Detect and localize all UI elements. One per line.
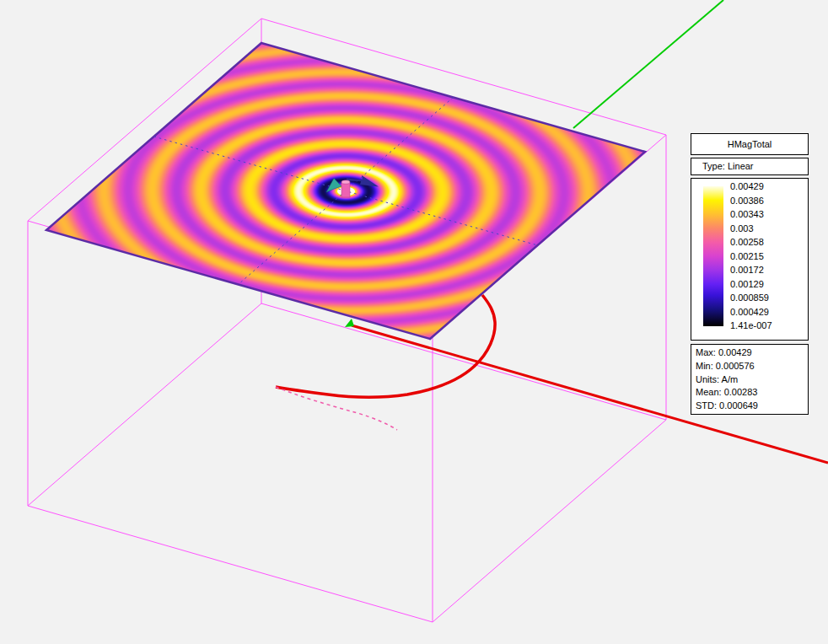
list-item: 0.00258 bbox=[730, 235, 772, 250]
legend-type-label: Type: Linear bbox=[702, 161, 754, 171]
red-circle-arc-hidden bbox=[276, 387, 397, 430]
list-item: 1.41e-007 bbox=[730, 319, 772, 333]
colorbar-gradient bbox=[703, 186, 723, 326]
colorbar-scale-labels: 0.004290.003860.003430.0030.002580.00215… bbox=[730, 180, 772, 333]
marker-pink-cylinder-icon bbox=[341, 182, 350, 197]
list-item: 0.000429 bbox=[730, 305, 772, 319]
list-item: STD: 0.000649 bbox=[696, 400, 808, 413]
dipole-marker bbox=[326, 175, 379, 197]
list-item: 0.000859 bbox=[730, 291, 772, 305]
legend-title-box: HMagTotal bbox=[691, 133, 809, 155]
list-item: 0.00129 bbox=[730, 277, 772, 292]
legend-title: HMagTotal bbox=[728, 139, 772, 149]
list-item: Min: 0.000576 bbox=[696, 360, 808, 373]
list-item: 0.003 bbox=[730, 222, 772, 236]
legend-scale-box: 0.004290.003860.003430.0030.002580.00215… bbox=[691, 178, 809, 341]
marker-teal-arrow-icon bbox=[326, 179, 341, 193]
list-item: Units: A/m bbox=[696, 373, 808, 387]
list-item: 0.00386 bbox=[730, 194, 772, 208]
list-item: 0.00343 bbox=[730, 207, 772, 222]
x-axis-origin-arrow-icon bbox=[345, 319, 354, 327]
marker-blue-arrow-icon bbox=[347, 175, 379, 187]
list-item: 0.00429 bbox=[730, 180, 772, 194]
marker-pink-cylinder-top-icon bbox=[341, 180, 350, 184]
list-item: 0.00172 bbox=[730, 263, 772, 277]
legend-type-box: Type: Linear bbox=[691, 158, 809, 175]
list-item: Mean: 0.00283 bbox=[696, 386, 808, 400]
legend-stats-box: Max: 0.00429Min: 0.000576Units: A/mMean:… bbox=[691, 344, 809, 415]
3d-modeler-viewport[interactable]: HMagTotal Type: Linear 0.004290.003860.0… bbox=[0, 0, 828, 644]
list-item: Max: 0.00429 bbox=[696, 346, 808, 360]
list-item: 0.00215 bbox=[730, 250, 772, 264]
